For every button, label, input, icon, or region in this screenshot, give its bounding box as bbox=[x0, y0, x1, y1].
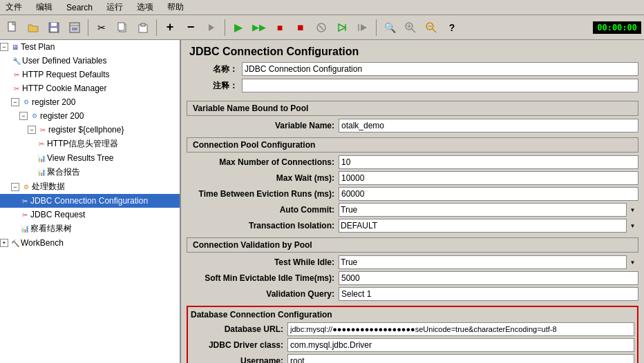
auto-commit-select[interactable]: True False bbox=[339, 203, 638, 217]
db-url-row: Database URL: bbox=[191, 322, 634, 336]
tree-item-processing[interactable]: − ⚙ 处理数据 bbox=[0, 179, 180, 194]
tree-item-reg200a[interactable]: − ⚙ register 200 bbox=[0, 95, 180, 109]
tree-item-testplan[interactable]: − 🖥 Test Plan bbox=[0, 40, 180, 54]
expand-reg200b[interactable]: − bbox=[19, 112, 28, 120]
zoom-in-button[interactable] bbox=[401, 18, 420, 37]
help-button[interactable]: ? bbox=[442, 18, 462, 37]
expand-processing[interactable]: − bbox=[11, 183, 19, 191]
menu-run[interactable]: 运行 bbox=[104, 1, 126, 13]
toolbar-separator-1 bbox=[88, 19, 88, 36]
run-thread-button[interactable] bbox=[332, 18, 352, 37]
workbench-label: WorkBench bbox=[21, 238, 64, 248]
time-between-row: Time Between Eviction Runs (ms): bbox=[187, 187, 638, 201]
comment-input[interactable] bbox=[242, 79, 638, 92]
svg-rect-3 bbox=[51, 23, 57, 26]
reg200b-label: register 200 bbox=[40, 111, 84, 121]
add-button[interactable]: + bbox=[160, 18, 180, 37]
svg-line-20 bbox=[412, 29, 415, 32]
reg200a-icon: ⚙ bbox=[21, 97, 32, 108]
svg-rect-9 bbox=[118, 23, 124, 30]
time-between-label: Time Between Eviction Runs (ms): bbox=[187, 189, 339, 199]
menu-options[interactable]: 选项 bbox=[134, 1, 156, 13]
menu-search[interactable]: Search bbox=[64, 3, 95, 12]
tree-item-viewresults[interactable]: 📊 View Results Tree bbox=[0, 151, 180, 165]
remove-button[interactable]: − bbox=[181, 18, 200, 37]
menu-edit[interactable]: 编辑 bbox=[33, 1, 55, 13]
tree-item-regcellphone[interactable]: − ✂ register ${cellphone} bbox=[0, 123, 180, 137]
tree-item-viewresults2[interactable]: 📊 察看结果树 bbox=[0, 222, 180, 236]
test-while-idle-select[interactable]: True False bbox=[339, 255, 638, 269]
menu-file[interactable]: 文件 bbox=[3, 1, 25, 13]
start-no-pause-button[interactable]: ▶▶ bbox=[249, 18, 269, 37]
db-username-input[interactable] bbox=[287, 354, 634, 363]
tree-item-jdbcrequest[interactable]: ✂ JDBC Request bbox=[0, 208, 180, 222]
menu-help[interactable]: 帮助 bbox=[164, 1, 187, 13]
db-section: Database Connection Configuration Databa… bbox=[187, 306, 638, 363]
save-button[interactable] bbox=[44, 18, 64, 37]
db-url-label: Database URL: bbox=[191, 324, 287, 334]
soft-min-label: Soft Min Evictable Idle Time(ms): bbox=[187, 273, 339, 283]
stop-button[interactable]: ■ bbox=[270, 18, 290, 37]
tree-item-httpcookie[interactable]: ✂ HTTP Cookie Manager bbox=[0, 81, 180, 95]
tree-item-httpdefaults[interactable]: ✂ HTTP Request Defaults bbox=[0, 68, 180, 81]
expand-button[interactable] bbox=[202, 18, 221, 37]
transaction-isolation-select[interactable]: DEFAULT TRANSACTION_NONE bbox=[339, 219, 638, 233]
test-while-idle-row: Test While Idle: True False ▼ bbox=[187, 255, 638, 269]
testplan-icon: 🖥 bbox=[10, 41, 21, 52]
paste-button[interactable] bbox=[133, 18, 153, 37]
auto-commit-row: Auto Commit: True False ▼ bbox=[187, 203, 638, 217]
template-button[interactable] bbox=[65, 18, 84, 37]
db-url-input[interactable] bbox=[287, 322, 634, 336]
svg-marker-15 bbox=[339, 24, 345, 31]
start-button[interactable]: ▶ bbox=[229, 18, 248, 37]
tree-item-reg200b[interactable]: − ⚙ register 200 bbox=[0, 109, 180, 123]
httpdefaults-icon: ✂ bbox=[11, 69, 22, 80]
tree-item-httpheader[interactable]: ✂ HTTP信息头管理器 bbox=[0, 137, 180, 151]
db-driver-input[interactable] bbox=[287, 338, 634, 352]
name-input[interactable] bbox=[242, 62, 638, 76]
auto-commit-label: Auto Commit: bbox=[187, 205, 339, 215]
cut-button[interactable]: ✂ bbox=[92, 18, 111, 37]
toolbar-separator-2 bbox=[156, 19, 157, 36]
time-between-input[interactable] bbox=[339, 187, 638, 201]
validation-query-row: Validation Query: bbox=[187, 287, 638, 301]
tree-panel: − 🖥 Test Plan 🔧 User Defined Variables ✂… bbox=[0, 40, 181, 363]
tree-item-uvars[interactable]: 🔧 User Defined Variables bbox=[0, 54, 180, 68]
expand-testplan[interactable]: − bbox=[0, 43, 8, 51]
svg-rect-7 bbox=[72, 28, 77, 30]
conn-pool-section: Max Number of Connections: Max Wait (ms)… bbox=[187, 155, 638, 235]
open-button[interactable] bbox=[23, 18, 43, 37]
test-while-idle-label: Test While Idle: bbox=[187, 257, 339, 267]
validation-query-input[interactable] bbox=[339, 287, 638, 301]
expand-workbench[interactable]: + bbox=[0, 239, 8, 247]
comment-row: 注释： bbox=[187, 79, 638, 92]
db-driver-label: JDBC Driver class: bbox=[191, 340, 287, 350]
svg-line-14 bbox=[319, 26, 323, 30]
max-connections-input[interactable] bbox=[339, 155, 638, 169]
tree-item-workbench[interactable]: + 🔨 WorkBench bbox=[0, 236, 180, 250]
viewresults-label: View Results Tree bbox=[47, 153, 114, 163]
transaction-isolation-wrapper: DEFAULT TRANSACTION_NONE ▼ bbox=[339, 219, 638, 233]
tree-item-jdbcconfig[interactable]: ✂ JDBC Connection Configuration bbox=[0, 194, 180, 208]
svg-rect-4 bbox=[50, 28, 57, 32]
run-thread-stop-button[interactable] bbox=[353, 18, 372, 37]
clear-button[interactable] bbox=[312, 18, 331, 37]
workbench-icon: 🔨 bbox=[10, 237, 21, 248]
max-wait-input[interactable] bbox=[339, 171, 638, 185]
expand-reg200a[interactable]: − bbox=[11, 98, 19, 106]
variable-name-input[interactable] bbox=[339, 119, 638, 133]
soft-min-input[interactable] bbox=[339, 271, 638, 285]
db-driver-row: JDBC Driver class: bbox=[191, 338, 634, 352]
search-button[interactable]: 🔍 bbox=[380, 18, 399, 37]
max-connections-label: Max Number of Connections: bbox=[187, 157, 339, 167]
stop-now-button[interactable]: ⏹ bbox=[291, 18, 310, 37]
httpdefaults-label: HTTP Request Defaults bbox=[22, 70, 110, 79]
zoom-out-button[interactable] bbox=[422, 18, 441, 37]
expand-regcellphone[interactable]: − bbox=[28, 126, 36, 134]
tree-item-aggregate[interactable]: 📊 聚合报告 bbox=[0, 165, 180, 179]
svg-line-24 bbox=[433, 29, 436, 32]
name-row: 名称： bbox=[187, 62, 638, 76]
new-button[interactable] bbox=[3, 18, 22, 37]
name-label: 名称： bbox=[187, 63, 242, 75]
copy-button[interactable] bbox=[113, 18, 132, 37]
